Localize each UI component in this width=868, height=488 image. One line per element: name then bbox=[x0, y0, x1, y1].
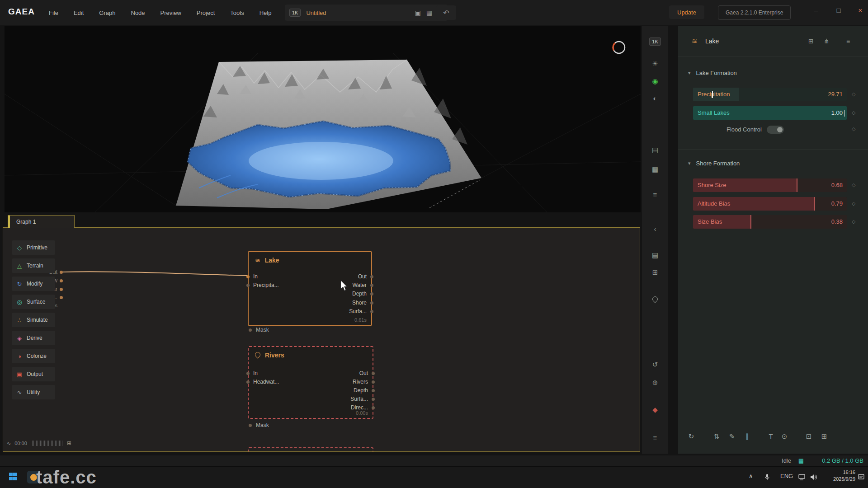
menu-node[interactable]: Node bbox=[131, 9, 145, 16]
viewport-resolution-badge[interactable]: 1K bbox=[649, 38, 660, 46]
menu-preview[interactable]: Preview bbox=[160, 9, 181, 16]
collapse-chevron-icon[interactable]: ‹ bbox=[642, 225, 668, 233]
search-history-icon[interactable]: ↻ bbox=[685, 432, 697, 441]
fullscreen-icon[interactable]: ⊞ bbox=[818, 432, 830, 441]
port-dot[interactable] bbox=[246, 284, 250, 287]
menu-tools[interactable]: Tools bbox=[230, 9, 244, 16]
port-dot[interactable] bbox=[246, 372, 250, 375]
port-dot[interactable] bbox=[370, 301, 373, 305]
export-icon[interactable]: ▦ bbox=[642, 165, 668, 174]
speaker-icon[interactable] bbox=[810, 474, 817, 480]
param-value[interactable]: 0.79 bbox=[831, 200, 843, 207]
palette-item-primitive[interactable]: ◇Primitive bbox=[12, 240, 55, 255]
document-tab[interactable]: Untitled bbox=[306, 9, 409, 16]
water-tools-icon[interactable] bbox=[642, 296, 668, 303]
clock[interactable]: 16:16 2025/9/29 bbox=[830, 469, 855, 483]
graph-menu-icon[interactable]: ≡ bbox=[642, 434, 668, 441]
contrast-icon[interactable]: ◐ bbox=[642, 94, 668, 102]
brightness-icon[interactable]: ☀ bbox=[642, 60, 668, 68]
palette-item-surface[interactable]: ◎Surface bbox=[12, 295, 55, 309]
columns-icon[interactable]: ∥ bbox=[741, 432, 753, 441]
section-lake-formation[interactable]: ▾ Lake Formation bbox=[688, 70, 737, 76]
port-dot[interactable] bbox=[372, 380, 375, 384]
param-shore-size[interactable]: Shore Size 0.68 bbox=[693, 178, 847, 192]
port-dot[interactable] bbox=[249, 328, 252, 332]
viewport-menu-icon[interactable]: ≡ bbox=[642, 191, 668, 198]
palette-item-simulate[interactable]: ∴Simulate bbox=[12, 313, 55, 327]
menu-edit[interactable]: Edit bbox=[74, 9, 84, 16]
resolution-badge[interactable]: 1K bbox=[289, 9, 301, 17]
port-dot[interactable] bbox=[372, 398, 375, 401]
param-precipitation[interactable]: Precipitation 29.71 bbox=[693, 88, 847, 101]
close-button[interactable]: × bbox=[854, 6, 867, 14]
port-dot[interactable] bbox=[60, 279, 63, 282]
history-icon[interactable]: ↺ bbox=[642, 361, 668, 369]
palette-item-terrain[interactable]: △Terrain bbox=[12, 258, 55, 273]
param-pin-icon[interactable]: ◇ bbox=[852, 182, 855, 188]
start-button[interactable] bbox=[9, 473, 17, 480]
flood-control-toggle[interactable] bbox=[767, 126, 784, 134]
muted-node-icon[interactable]: ◆ bbox=[642, 406, 668, 414]
rivers-mask-port[interactable]: Mask bbox=[249, 422, 269, 428]
panel-menu-icon[interactable]: ≡ bbox=[846, 38, 850, 45]
param-altitude-bias[interactable]: Altitude Bias 0.79 bbox=[693, 197, 847, 211]
port-dot[interactable] bbox=[246, 275, 250, 278]
save-as-icon[interactable]: ▦ bbox=[426, 9, 432, 16]
param-pin-icon[interactable]: ◇ bbox=[852, 91, 855, 97]
param-pin-icon[interactable]: ◇ bbox=[852, 201, 855, 206]
menu-graph[interactable]: Graph bbox=[99, 9, 115, 16]
docs-icon[interactable]: ▤ bbox=[642, 251, 668, 259]
add-node-icon[interactable]: ⊞ bbox=[642, 268, 668, 277]
param-value[interactable]: 0.68 bbox=[831, 182, 843, 188]
port-dot[interactable] bbox=[370, 284, 373, 287]
palette-item-output[interactable]: ▣Output bbox=[12, 367, 55, 381]
maximize-button[interactable]: □ bbox=[832, 6, 845, 14]
port-dot[interactable] bbox=[370, 275, 373, 278]
text-icon[interactable]: T bbox=[765, 432, 777, 440]
microphone-icon[interactable] bbox=[764, 474, 770, 481]
version-button[interactable]: Gaea 2.2.1.0 Enterprise bbox=[718, 5, 791, 20]
port-dot[interactable] bbox=[249, 424, 252, 427]
node-tree-icon[interactable]: ⋔ bbox=[824, 38, 829, 45]
update-button[interactable]: Update bbox=[669, 5, 704, 19]
undo-button[interactable]: ↶ bbox=[436, 5, 456, 20]
menu-file[interactable]: File bbox=[49, 9, 58, 16]
layout-grid-icon[interactable]: ⊞ bbox=[808, 38, 814, 45]
port-dot[interactable] bbox=[60, 271, 63, 274]
param-value[interactable]: 29.71 bbox=[828, 91, 843, 98]
preview-sphere-icon[interactable]: ◉ bbox=[642, 77, 668, 85]
save-icon[interactable]: ▣ bbox=[415, 9, 421, 16]
menu-help[interactable]: Help bbox=[259, 9, 272, 16]
notification-icon[interactable] bbox=[858, 474, 865, 480]
section-shore-formation[interactable]: ▾ Shore Formation bbox=[688, 160, 740, 167]
node-graph-canvas[interactable]: Out Flow Wear Depo... 4.24s ◇Primitive △… bbox=[3, 227, 640, 452]
language-indicator[interactable]: ENG bbox=[780, 473, 793, 479]
sort-icon[interactable]: ⇅ bbox=[711, 432, 722, 441]
menu-project[interactable]: Project bbox=[197, 9, 215, 16]
layers-icon[interactable]: ▤ bbox=[642, 146, 668, 154]
rivers-node[interactable]: Rivers In Headwat... Out Rivers Depth Su… bbox=[248, 346, 373, 419]
palette-item-derive[interactable]: ◈Derive bbox=[12, 331, 55, 345]
port-dot[interactable] bbox=[370, 310, 373, 313]
param-value[interactable]: 1.00 bbox=[831, 109, 843, 116]
port-dot[interactable] bbox=[372, 372, 375, 375]
port-dot[interactable] bbox=[372, 389, 375, 392]
param-pin-icon[interactable]: ◇ bbox=[852, 110, 855, 116]
port-dot[interactable] bbox=[246, 380, 250, 384]
port-dot[interactable] bbox=[60, 288, 63, 291]
tray-expand-icon[interactable]: ∧ bbox=[749, 473, 753, 479]
param-value[interactable]: 0.38 bbox=[831, 218, 843, 225]
edit-icon[interactable]: ✎ bbox=[726, 432, 738, 441]
param-size-bias[interactable]: Size Bias 0.38 bbox=[693, 215, 847, 229]
param-small-lakes[interactable]: Small Lakes 1.00 bbox=[693, 106, 847, 120]
network-icon[interactable] bbox=[798, 474, 806, 480]
pin-icon[interactable]: ⊕ bbox=[642, 379, 668, 387]
palette-item-colorize[interactable]: ◑Colorize bbox=[12, 349, 55, 363]
palette-item-modify[interactable]: ↻Modify bbox=[12, 277, 55, 291]
clock-icon[interactable]: ⊙ bbox=[778, 432, 790, 441]
palette-item-utility[interactable]: ∿Utility bbox=[12, 385, 55, 399]
port-dot[interactable] bbox=[60, 296, 63, 299]
lake-node[interactable]: ≋Lake In Precipita... Out Water Depth Sh… bbox=[248, 251, 372, 326]
minimize-button[interactable]: – bbox=[809, 6, 823, 14]
param-pin-icon[interactable]: ◇ bbox=[852, 219, 855, 225]
